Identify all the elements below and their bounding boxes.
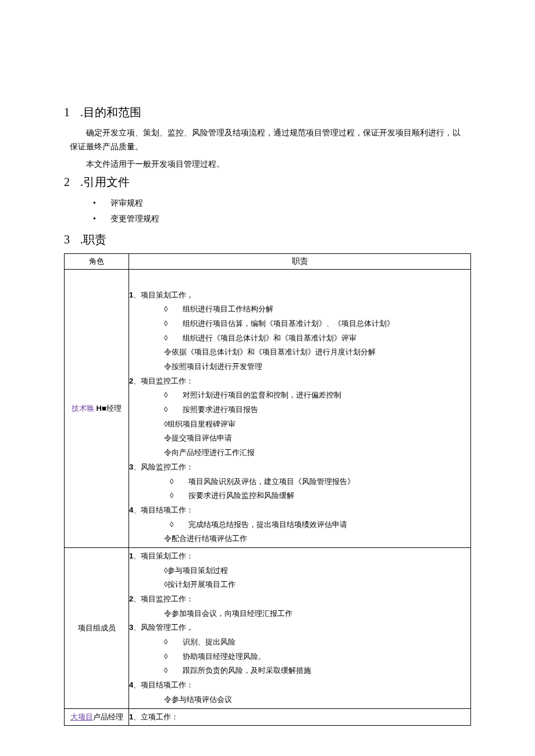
black-square-icon: ■ (102, 404, 106, 413)
r2-sec4-head: 、项目结项工作： (133, 680, 194, 689)
r2-sec3-head: 、风险管理工作， (133, 623, 194, 632)
r1-sec2-i1: ◊ 对照计划进行项目的监督和控制，进行偏差控制 (129, 388, 470, 403)
spacer (129, 271, 470, 288)
r1-sec2-i5: 令向产品经理进行工作汇报 (129, 446, 470, 460)
r1-sec4-head: 、项目结项工作： (133, 506, 194, 514)
table-row: 大项目卢品经理 1、立项工作： (65, 708, 471, 726)
role-text-bold: H (97, 404, 102, 413)
table-row: 技术唤 H■经理 1、项目策划工作， ◊ 组织进行项目工作结构分解 ◊ 组织进行… (65, 269, 471, 547)
section-1-para-2: 本文件适用于一般开发项目管理过程。 (64, 157, 471, 171)
table-header-role: 角色 (65, 253, 129, 269)
r2-sec3-i2: ◊ 协助项目经理处理风险。 (129, 650, 470, 664)
table-header-row: 角色 职责 (65, 253, 471, 269)
r2-sec4-i1: 令参与结项评估会议 (129, 693, 470, 707)
r1-sec1-i4: 令依据《项目总体计划》和《项目基准计划》进行月度计划分解 (129, 345, 470, 360)
section-1-para-1: 确定开发立项、策划、监控、风险管理及结项流程，通过规范项目管理过程，保证开发项目… (64, 126, 471, 154)
heading-2: 2.引用文件 (64, 174, 471, 190)
r1-sec4-i2: 令配合进行结项评估工作 (129, 532, 470, 546)
r1-sec2-i4: 令提交项目评估申请 (129, 431, 470, 446)
duty-cell-tech-manager: 1、项目策划工作， ◊ 组织进行项目工作结构分解 ◊ 组织进行项目估算，编制《项… (129, 269, 471, 547)
responsibilities-table: 角色 职责 技术唤 H■经理 1、项目策划工作， ◊ 组织进行项目工作结构分解 … (64, 253, 471, 726)
heading-2-title: .引用文件 (80, 175, 130, 188)
r1-sec1-i5: 令按照项目计划进行开发管理 (129, 360, 470, 374)
r1-sec1-i2: ◊ 组织进行项目估算，编制《项目基准计划》、《项目总体计划》 (129, 317, 470, 331)
document-page: 1.目的和范围 确定开发立项、策划、监控、风险管理及结项流程，通过规范项目管理过… (0, 0, 535, 756)
heading-1: 1.目的和范围 (64, 105, 471, 120)
table-header-duty: 职责 (129, 253, 471, 269)
r2-sec1-head: 、项目策划工作： (133, 551, 194, 560)
r1-sec1-head: 、项目策划工作， (133, 291, 194, 299)
duty-cell-product-manager: 1、立项工作： (129, 708, 471, 726)
r1-sec3-i1: ◊ 项目风险识别及评估，建立项目《风险管理报告》 (129, 475, 470, 489)
r2-sec1-i2: ◊按计划开展项目工作 (129, 578, 470, 592)
r1-sec1-i3: ◊ 组织进行《项目总体计划》和《项目基准计划》评审 (129, 331, 470, 346)
r1-sec1-i1: ◊ 组织进行项目工作结构分解 (129, 302, 470, 317)
r2-sec2-head: 、项目监控工作： (133, 594, 194, 603)
role-cell-team-member: 项目组成员 (65, 547, 129, 708)
r1-sec2-i2: ◊ 按照要求进行项目报告 (129, 403, 470, 417)
r2-sec2-i1: 令参加项目会议，向项目经理汇报工作 (129, 607, 470, 621)
role-cell-product-manager: 大项目卢品经理 (65, 708, 129, 726)
r1-sec2-head: 、项目监控工作： (133, 377, 194, 385)
heading-1-title: .目的和范围 (80, 106, 141, 119)
r2-sec1-i1: ◊参与项目策划过程 (129, 564, 470, 578)
heading-3: 3.职责 (64, 232, 471, 248)
role-rest-text: 卢品经理 (93, 712, 123, 721)
r3-sec1-head: 、立项工作： (133, 712, 179, 721)
heading-3-num: 3 (64, 233, 80, 246)
section-2-bullets: 评审规程 变更管理规程 (64, 196, 471, 227)
bullet-item-1: 评审规程 (64, 196, 471, 212)
r1-sec3-head: 、风险监控工作： (133, 463, 194, 471)
r2-sec3-i3: ◊ 跟踪所负责的风险，及时采取缓解措施 (129, 664, 470, 678)
duty-cell-team-member: 1、项目策划工作： ◊参与项目策划过程 ◊按计划开展项目工作 2、项目监控工作：… (129, 547, 471, 708)
role-cell-tech-manager: 技术唤 H■经理 (65, 269, 129, 547)
role-link-big-project[interactable]: 大项目 (70, 712, 93, 721)
r2-sec3-i1: ◊ 识别、提出风险 (129, 635, 470, 650)
table-row: 项目组成员 1、项目策划工作： ◊参与项目策划过程 ◊按计划开展项目工作 2、项… (65, 547, 471, 708)
heading-1-num: 1 (64, 106, 80, 119)
bullet-item-2: 变更管理规程 (64, 212, 471, 227)
role-text-rest: 经理 (106, 404, 122, 413)
heading-3-title: .职责 (80, 233, 106, 246)
r1-sec3-i2: ◊ 按要求进行风险监控和风险缓解 (129, 489, 470, 503)
r1-sec2-i3: ◊组织项目里程碑评审 (129, 417, 470, 432)
heading-2-num: 2 (64, 175, 80, 189)
role-text-purple: 技术唤 (72, 404, 96, 413)
r1-sec4-i1: ◊ 完成结项总结报告，提出项目结项绩效评估申请 (129, 518, 470, 532)
